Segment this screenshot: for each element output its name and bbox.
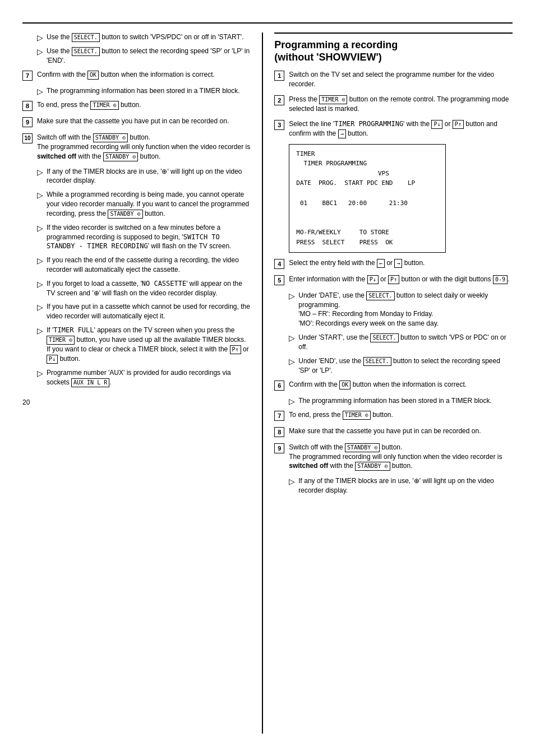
timer-display: TIMER TIMER PROGRAMMING VPS DATE PROG. S… <box>289 144 446 253</box>
right-note-start: ▷ Under 'START', use the SELECT. button … <box>289 333 513 352</box>
left-note-cant-record-text: If you have put in a cassette which cann… <box>47 302 251 321</box>
timer-btn-1: TIMER ⊙ <box>90 101 118 110</box>
select-btn-1: SELECT. <box>72 33 100 42</box>
right-step-6-text: Confirm with the OK button when the info… <box>289 380 513 389</box>
arrow-icon-9: ▷ <box>37 303 43 312</box>
arrow-icon-4: ▷ <box>37 168 43 177</box>
left-step-9: 9 Make sure that the cassette you have p… <box>22 117 251 127</box>
right-step-7-text: To end, press the TIMER ⊙ button. <box>289 410 513 420</box>
standby-btn-r9b: STANDBY ⊙ <box>355 462 390 471</box>
display-line-5 <box>296 188 439 198</box>
right-step-7: 7 To end, press the TIMER ⊙ button. <box>274 410 513 421</box>
arrow-icon-r3: ▷ <box>289 357 295 366</box>
step-num-9: 9 <box>22 117 33 127</box>
step-num-8: 8 <box>22 101 33 111</box>
left-note-vps-text: Use the SELECT. button to switch 'VPS/PD… <box>47 33 251 42</box>
right-step-6: 6 Confirm with the OK button when the in… <box>274 380 513 391</box>
right-step-4-text: Select the entry field with the ← or → b… <box>289 258 513 268</box>
left-note-speed-text: Use the SELECT. button to select the rec… <box>47 47 251 66</box>
left-note-aux-text: Programme number 'AUX' is provided for a… <box>47 368 251 387</box>
display-line-10: PRESS SELECT PRESS OK <box>296 238 439 248</box>
right-note-end-text: Under 'END', use the SELECT. button to s… <box>298 356 513 375</box>
step-num-r2: 2 <box>274 95 284 105</box>
right-step-3: 3 Select the line 'TIMER PROGRAMMING' wi… <box>274 119 513 138</box>
right-step-9-note-text: If any of the TIMER blocks are in use, '… <box>298 476 513 495</box>
step-num-r7: 7 <box>274 411 284 421</box>
left-note-manual-op: ▷ While a programmed recording is being … <box>37 190 251 219</box>
left-note-no-cassette-text: If you forget to load a cassette, 'NO CA… <box>47 279 251 298</box>
p-down-r3: P↓ <box>431 120 442 129</box>
arrow-icon-r1: ▷ <box>289 291 295 300</box>
p-up-btn-1: P↑ <box>230 345 241 354</box>
right-step-2: 2 Press the TIMER ⊙ button on the remote… <box>274 95 513 114</box>
content-area: ▷ Use the SELECT. button to switch 'VPS/… <box>22 33 513 734</box>
arrow-icon-r5: ▷ <box>289 477 295 486</box>
right-step-1-text: Switch on the TV set and select the prog… <box>289 70 513 89</box>
left-note-timer-blocks-text: If any of the TIMER blocks are in use, '… <box>47 167 251 186</box>
arrow-right-r3: → <box>338 129 346 138</box>
display-line-4: DATE PROG. START PDC END LP <box>296 178 439 188</box>
left-note-vps: ▷ Use the SELECT. button to switch 'VPS/… <box>37 33 251 42</box>
right-note-start-text: Under 'START', use the SELECT. button to… <box>298 333 513 352</box>
arrow-icon-11: ▷ <box>37 369 43 378</box>
left-step-7-note: ▷ The programming information has been s… <box>37 86 251 96</box>
left-note-end-cassette: ▷ If you reach the end of the cassette d… <box>37 256 251 275</box>
left-step-8: 8 To end, press the TIMER ⊙ button. <box>22 100 251 111</box>
left-step-9-text: Make sure that the cassette you have put… <box>37 117 251 126</box>
arrow-icon-5: ▷ <box>37 191 43 200</box>
arrow-right-r4: → <box>394 259 402 268</box>
display-line-7 <box>296 208 439 218</box>
right-step-4: 4 Select the entry field with the ← or →… <box>274 258 513 269</box>
left-step-10-text: Switch off with the STANDBY ⊙ button. Th… <box>37 133 251 161</box>
display-line-1: TIMER <box>296 149 439 159</box>
right-step-6-note: ▷ The programming information has been s… <box>289 396 513 406</box>
right-column: Programming a recording(without 'SHOWVIE… <box>262 33 513 734</box>
step-num-r6: 6 <box>274 381 284 391</box>
right-step-6-note-text: The programming information has been sto… <box>298 396 513 406</box>
left-note-timer-full: ▷ If 'TIMER FULL' appears on the TV scre… <box>37 326 251 364</box>
left-note-switch-standby-text: If the video recorder is switched on a f… <box>47 223 251 251</box>
left-note-switch-standby: ▷ If the video recorder is switched on a… <box>37 223 251 251</box>
step-num-r9: 9 <box>274 443 284 453</box>
page: ▷ Use the SELECT. button to switch 'VPS/… <box>0 0 535 756</box>
no-cassette-mono: NO CASSETTE <box>142 280 186 287</box>
right-note-date-text: Under 'DATE', use the SELECT. button to … <box>298 291 513 328</box>
left-column: ▷ Use the SELECT. button to switch 'VPS/… <box>22 33 262 734</box>
step-num-r3: 3 <box>274 120 284 130</box>
section-title: Programming a recording(without 'SHOWVIE… <box>274 39 513 63</box>
standby-btn-1: STANDBY ⊙ <box>93 133 128 142</box>
right-step-2-text: Press the TIMER ⊙ button on the remote c… <box>289 95 513 114</box>
right-step-8-text: Make sure that the cassette you have put… <box>289 426 513 436</box>
select-btn-r1: SELECT. <box>366 291 394 300</box>
arrow-icon-6: ▷ <box>37 224 43 233</box>
right-step-8: 8 Make sure that the cassette you have p… <box>274 426 513 437</box>
display-line-8 <box>296 218 439 228</box>
step-num-7: 7 <box>22 71 33 81</box>
arrow-left-r4: ← <box>377 259 385 268</box>
right-step-5: 5 Enter information with the P↓ or P↑ bu… <box>274 275 513 285</box>
timer-full-mono: TIMER FULL <box>53 326 94 334</box>
left-note-no-cassette: ▷ If you forget to load a cassette, 'NO … <box>37 279 251 298</box>
arrow-icon-7: ▷ <box>37 256 43 265</box>
display-line-3: VPS <box>296 169 439 179</box>
right-step-1: 1 Switch on the TV set and select the pr… <box>274 70 513 89</box>
standby-btn-r9: STANDBY ⊙ <box>345 443 380 452</box>
timer-btn-r2: TIMER ⊙ <box>319 95 347 104</box>
select-btn-r2: SELECT. <box>370 333 398 342</box>
arrow-icon-10: ▷ <box>37 326 43 335</box>
display-line-6: 01 BBC1 20:00 21:30 <box>296 198 439 208</box>
aux-btn: AUX IN L R <box>71 378 109 387</box>
step-num-r8: 8 <box>274 427 284 437</box>
left-note-manual-op-text: While a programmed recording is being ma… <box>47 190 251 219</box>
arrow-icon-8: ▷ <box>37 280 43 289</box>
display-line-2: TIMER PROGRAMMING <box>296 159 439 169</box>
timer-btn-r7: TIMER ⊙ <box>343 411 371 420</box>
right-step-5-text: Enter information with the P↓ or P↑ butt… <box>289 275 513 284</box>
section-rule <box>274 33 513 34</box>
standby-btn-2: STANDBY ⊙ <box>103 152 138 161</box>
arrow-icon-2: ▷ <box>37 47 43 56</box>
standby-btn-3: STANDBY ⊙ <box>108 210 142 219</box>
step-num-r5: 5 <box>274 275 284 285</box>
p-up-r5: P↑ <box>388 275 399 284</box>
right-step-9-text: Switch off with the STANDBY ⊙ button. Th… <box>289 443 513 471</box>
